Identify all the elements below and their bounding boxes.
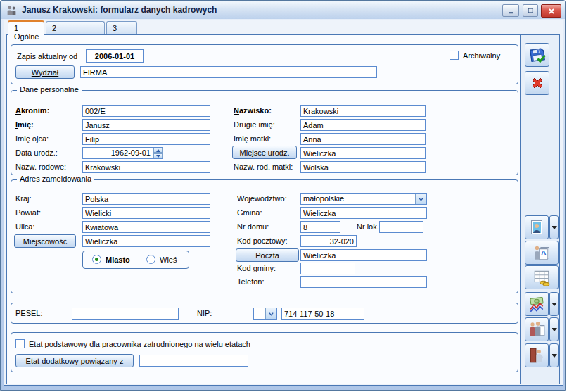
city-field[interactable] (82, 235, 210, 247)
exit-dropdown-arrow[interactable] (549, 343, 559, 367)
cancel-button[interactable] (525, 71, 549, 95)
city-button[interactable]: Miejscowość (14, 234, 76, 248)
birth-place-field[interactable] (300, 147, 426, 159)
chevron-down-icon[interactable] (265, 308, 276, 319)
department-button-label: Wydział (32, 68, 58, 77)
street-label: Ulica: (15, 222, 35, 232)
chevron-down-icon[interactable] (415, 194, 426, 204)
employees-list-icon (528, 320, 546, 339)
county-field[interactable] (82, 207, 210, 219)
tab-accel: 3 (113, 24, 117, 32)
minimize-button[interactable] (502, 4, 519, 17)
photo-dropdown-arrow[interactable] (549, 215, 559, 239)
record-date-field[interactable]: 2006-01-01 (86, 49, 144, 63)
house-number-field[interactable] (300, 221, 340, 233)
country-label: Kraj: (15, 194, 32, 203)
record-date-value: 2006-01-01 (95, 52, 134, 61)
linked-etat-field[interactable] (139, 355, 248, 367)
commune-code-label: Kod gminy: (237, 264, 276, 273)
commune-code-field[interactable] (300, 263, 355, 274)
record-date-label: Zapis aktualny od (17, 52, 77, 61)
phone-field[interactable] (300, 276, 427, 288)
surname-field[interactable] (300, 105, 426, 117)
save-icon (528, 46, 547, 64)
village-radio-label: Wieś (160, 255, 177, 265)
surname-label: Nazwisko: (234, 106, 272, 115)
commune-field[interactable] (300, 207, 427, 219)
village-radio[interactable] (146, 255, 155, 264)
window-title: Janusz Krakowski: formularz danych kadro… (22, 5, 217, 15)
postcode-label: Kod pocztowy: (237, 236, 288, 246)
country-field[interactable] (82, 193, 210, 205)
post-office-button-label: Poczta (255, 251, 279, 260)
spin-up-icon[interactable] (153, 148, 163, 153)
street-field[interactable] (82, 221, 210, 233)
save-button[interactable] (525, 43, 549, 67)
exit-button[interactable] (525, 343, 549, 367)
payments-dropdown-arrow[interactable] (549, 292, 559, 316)
province-combobox[interactable]: małopolskie (300, 193, 427, 205)
tab-etat[interactable]: 3 Etat (106, 21, 137, 34)
employees-dropdown-arrow[interactable] (549, 317, 559, 341)
family-name-label: Nazw. rodowe: (15, 163, 66, 172)
exit-icon (528, 346, 546, 365)
archival-label: Archiwalny (463, 51, 500, 61)
birth-place-button[interactable]: Miejsce urodz. (232, 146, 297, 159)
linked-etat-button[interactable]: Etat dodatkowy powiązany z (15, 354, 134, 367)
city-button-label: Miejscowość (23, 237, 67, 246)
employees-list-button[interactable] (525, 317, 549, 341)
city-radio[interactable] (92, 255, 101, 264)
first-name-label: Imię: (15, 120, 34, 129)
postcode-field[interactable] (300, 235, 357, 247)
form-window: Janusz Krakowski: formularz danych kadro… (0, 0, 566, 391)
personal-data-group: Dane personalne Akronim: Imię: Imię ojca… (11, 90, 518, 175)
employee-dictionary-button[interactable]: A (525, 241, 559, 265)
close-button[interactable] (541, 4, 561, 18)
address-legend: Adres zameldowania (17, 175, 94, 183)
first-name-field[interactable] (82, 119, 210, 131)
people-icon (6, 5, 18, 15)
nip-prefix-combobox[interactable] (253, 308, 277, 320)
post-office-button[interactable]: Poczta (236, 248, 299, 262)
pesel-nip-panel: PESEL: NIP: (11, 303, 518, 324)
nip-field[interactable] (281, 308, 364, 320)
birth-date-field[interactable]: 1962-09-01 (82, 147, 163, 159)
department-field[interactable] (80, 66, 377, 78)
cancel-icon (529, 75, 546, 91)
province-label: Województwo: (237, 194, 287, 203)
mother-family-name-field[interactable] (300, 161, 426, 173)
post-office-field[interactable] (300, 249, 427, 261)
tab-szczegolowe[interactable]: 2 Szczegółowe (46, 21, 105, 34)
flat-number-field[interactable] (379, 221, 423, 233)
grid-coins-button[interactable] (525, 265, 559, 289)
mother-name-label: Imię matki: (234, 134, 271, 144)
spin-down-icon[interactable] (153, 153, 163, 158)
mother-name-field[interactable] (300, 133, 426, 145)
family-name-field[interactable] (82, 161, 210, 173)
father-name-field[interactable] (82, 133, 210, 145)
grid-coins-icon (533, 268, 551, 286)
primary-etat-checkbox[interactable] (15, 339, 25, 348)
birth-date-label: Data urodz.: (15, 148, 58, 158)
department-button[interactable]: Wydział (15, 65, 75, 79)
phone-label: Telefon: (237, 277, 265, 286)
county-label: Powiat: (15, 208, 41, 217)
birth-date-spinner[interactable] (153, 148, 163, 158)
middle-name-field[interactable] (300, 119, 426, 131)
mother-family-name-label: Nazw. rod. matki: (234, 163, 293, 172)
archival-checkbox[interactable] (450, 51, 459, 60)
commune-label: Gmina: (237, 208, 262, 217)
photo-button[interactable] (525, 215, 549, 239)
pesel-field[interactable] (72, 308, 179, 320)
acronym-field[interactable] (82, 105, 210, 117)
payments-chart-icon (528, 295, 546, 313)
tab-accel: 1 (14, 24, 18, 32)
flat-number-label: Nr lok.: (357, 222, 381, 232)
maximize-button[interactable] (523, 4, 538, 17)
province-value: małopolskie (303, 194, 344, 203)
title-bar: Janusz Krakowski: formularz danych kadro… (1, 1, 565, 19)
tab-ogolne[interactable]: 1 Ogólne (8, 20, 44, 35)
tab-label: Ogólne (14, 32, 39, 41)
tab-page-ogolne: Zapis aktualny od 2006-01-01 Archiwalny … (6, 34, 560, 384)
payments-chart-button[interactable] (525, 292, 549, 316)
